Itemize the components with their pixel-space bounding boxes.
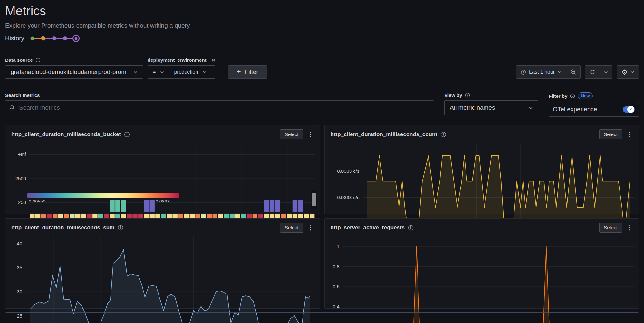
refresh-interval-button[interactable] bbox=[600, 66, 612, 78]
datasource-value: grafanacloud-demokitcloudamerprod-prom bbox=[11, 69, 126, 76]
select-metric-button[interactable]: Select bbox=[280, 129, 303, 139]
kebab-menu-icon[interactable]: ⋮ bbox=[306, 224, 315, 231]
chevron-down-icon bbox=[604, 70, 608, 74]
panel-title: http_client_duration_milliseconds_count bbox=[331, 131, 437, 138]
filter-value-select[interactable]: production bbox=[169, 66, 211, 78]
datasource-select[interactable]: grafanacloud-demokitcloudamerprod-prom bbox=[5, 65, 143, 79]
filter-chip-controls: = production bbox=[148, 65, 215, 79]
chevron-down-icon bbox=[558, 70, 562, 74]
line-chart[interactable]: 0.0333 c/s0.0333 c/s0.0333 c/s 13:1013:2… bbox=[328, 143, 634, 200]
select-metric-button[interactable]: Select bbox=[280, 223, 303, 233]
panel-http-client-duration-milliseconds-sum: http_client_duration_milliseconds_sum Se… bbox=[5, 218, 320, 309]
line-chart[interactable]: 10.80.60.40.20 13:1013:2013:3013:4013:50… bbox=[328, 236, 634, 301]
kebab-menu-icon[interactable]: ⋮ bbox=[625, 224, 634, 231]
panel-title: http_server_active_requests bbox=[331, 225, 405, 231]
info-icon[interactable] bbox=[465, 93, 470, 98]
otel-toggle-label: OTel experience bbox=[553, 106, 597, 113]
panel-http-client-duration-milliseconds-count: http_client_duration_milliseconds_count … bbox=[324, 125, 639, 214]
zoom-out-button[interactable] bbox=[566, 66, 580, 78]
datasource-field: Data source grafanacloud-demokitcloudame… bbox=[5, 57, 143, 79]
chevron-down-icon bbox=[160, 70, 164, 74]
kebab-menu-icon[interactable]: ⋮ bbox=[625, 131, 634, 138]
settings-button[interactable]: ⚙ bbox=[617, 66, 639, 78]
legend-max-label: 0.0833 bbox=[156, 199, 170, 202]
otel-experience-box: OTel experience ✓ bbox=[549, 102, 639, 117]
close-icon[interactable]: × bbox=[212, 58, 215, 62]
history-label: History bbox=[5, 35, 24, 42]
history-dot[interactable] bbox=[41, 36, 45, 41]
time-range-label: Last 1 hour bbox=[529, 69, 555, 75]
search-icon bbox=[9, 105, 15, 111]
panel-http-client-duration-milliseconds-bucket: http_client_duration_milliseconds_bucket… bbox=[5, 125, 320, 214]
search-section: Search metrics View by All metric names bbox=[5, 92, 639, 117]
time-picker-group: Last 1 hour bbox=[516, 65, 581, 79]
page-subtitle: Explore your Prometheus-compatible metri… bbox=[5, 22, 639, 29]
search-box bbox=[5, 100, 434, 115]
panel-title: http_client_duration_milliseconds_bucket bbox=[11, 131, 121, 138]
info-icon[interactable] bbox=[408, 225, 414, 231]
kebab-menu-icon[interactable]: ⋮ bbox=[306, 131, 315, 138]
info-icon[interactable] bbox=[118, 225, 123, 231]
history-dot[interactable] bbox=[63, 36, 67, 40]
panels-grid: http_client_duration_milliseconds_bucket… bbox=[5, 125, 639, 309]
line-chart[interactable]: 4035302520 13:1013:2013:3013:4013:5014:0… bbox=[9, 236, 315, 301]
chart-plot[interactable] bbox=[343, 236, 634, 323]
chevron-down-icon bbox=[529, 106, 533, 110]
filter-by-label: Filter by bbox=[549, 93, 567, 99]
page-title: Metrics bbox=[5, 4, 639, 18]
filter-chip-field: deployment_environment × = production bbox=[148, 57, 215, 79]
time-range-button[interactable]: Last 1 hour bbox=[516, 66, 566, 78]
chart-plot[interactable] bbox=[25, 236, 315, 323]
view-by-label: View by bbox=[444, 92, 462, 98]
search-input[interactable] bbox=[18, 104, 430, 112]
info-icon[interactable] bbox=[570, 93, 575, 98]
panel-scrollbar bbox=[311, 190, 317, 209]
settings-group: ⚙ bbox=[617, 65, 639, 79]
gear-icon: ⚙ bbox=[621, 69, 628, 76]
select-metric-button[interactable]: Select bbox=[599, 223, 622, 233]
history-timeline[interactable] bbox=[29, 34, 80, 42]
refresh-button[interactable] bbox=[585, 66, 600, 78]
history-dot[interactable] bbox=[31, 37, 34, 40]
clock-icon bbox=[521, 69, 526, 75]
zoom-out-icon bbox=[570, 69, 576, 75]
view-by-select[interactable]: All metric names bbox=[444, 100, 538, 115]
chevron-down-icon bbox=[203, 70, 207, 74]
select-metric-button[interactable]: Select bbox=[599, 129, 622, 139]
chevron-down-icon bbox=[630, 70, 634, 74]
history-dot[interactable] bbox=[52, 36, 56, 40]
search-label: Search metrics bbox=[5, 92, 40, 98]
scrollbar-thumb[interactable] bbox=[312, 193, 316, 206]
filter-chip-label: deployment_environment bbox=[148, 57, 207, 63]
plus-icon: + bbox=[237, 68, 241, 76]
chevron-down-icon bbox=[133, 70, 138, 74]
info-icon[interactable] bbox=[124, 132, 130, 137]
heatmap-chart[interactable]: +Inf2500250250.0 13:1013:2013:3013:4013:… bbox=[9, 143, 315, 192]
datasource-label: Data source bbox=[5, 57, 33, 63]
panel-title: http_client_duration_milliseconds_sum bbox=[11, 225, 114, 231]
legend-min-label: 0.00550 bbox=[29, 199, 45, 202]
new-badge: New bbox=[578, 92, 593, 99]
info-icon[interactable] bbox=[440, 132, 446, 137]
info-icon[interactable] bbox=[35, 58, 41, 63]
refresh-icon bbox=[590, 69, 595, 75]
next-row-panel-edge bbox=[5, 312, 639, 314]
y-axis: 4035302520 bbox=[9, 236, 25, 323]
refresh-group bbox=[585, 65, 612, 79]
add-filter-button[interactable]: + Filter bbox=[228, 65, 267, 79]
toolbar: Data source grafanacloud-demokitcloudame… bbox=[5, 57, 639, 79]
page-header: Metrics Explore your Prometheus-compatib… bbox=[5, 4, 639, 42]
operator-select[interactable]: = bbox=[148, 66, 169, 78]
y-axis: 10.80.60.40.20 bbox=[328, 236, 343, 323]
otel-toggle[interactable]: ✓ bbox=[623, 106, 635, 113]
panel-http-server-active-requests: http_server_active_requests Select ⋮ 10.… bbox=[324, 218, 639, 309]
check-icon: ✓ bbox=[629, 107, 633, 112]
